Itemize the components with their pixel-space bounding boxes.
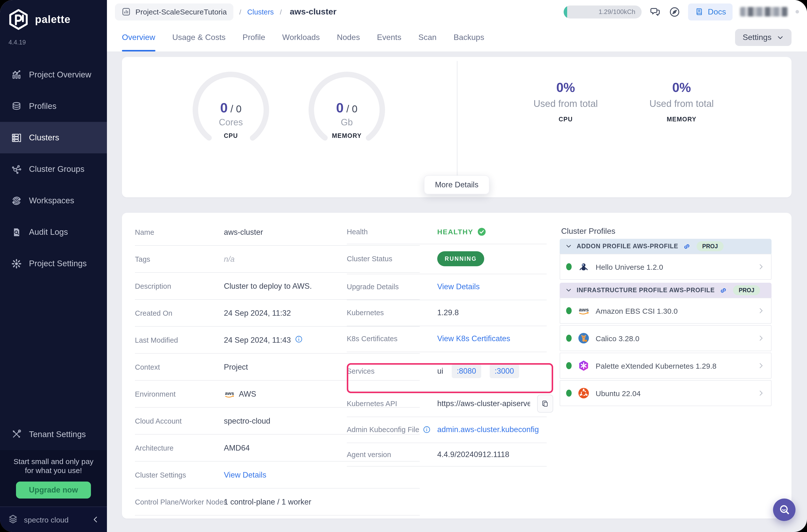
kubeconfig-link[interactable]: admin.aws-cluster.kubeconfig	[437, 425, 539, 434]
usage-percent: 0%	[511, 80, 621, 95]
usage-stat-memory: 0% Used from total MEMORY	[626, 80, 736, 123]
service-port-link[interactable]: :3000	[490, 364, 519, 378]
sidebar-item-audit-logs[interactable]: Audit Logs	[0, 216, 107, 248]
sidebar-item-label: Workspaces	[29, 196, 74, 205]
breadcrumb-project-label: Project-ScaleSecureTutoria	[135, 7, 227, 16]
chat-icon[interactable]	[649, 6, 661, 18]
compass-icon[interactable]	[668, 6, 680, 18]
overview-card: 0 / 0 Cores CPU 0 / 0 Gb MEMORY 0% Used …	[122, 57, 791, 197]
gauge-unit: Gb	[304, 117, 389, 128]
copy-icon	[541, 400, 549, 407]
detail-value: AWS	[239, 390, 256, 398]
docs-button[interactable]: Docs	[688, 3, 733, 20]
detail-row-k8s-certificates: K8s CertificatesView K8s Certificates	[347, 326, 547, 352]
tab-nodes[interactable]: Nodes	[337, 23, 360, 52]
detail-label: Cluster Settings	[135, 471, 224, 479]
aws-icon: aws	[224, 388, 235, 399]
detail-label: Environment	[135, 390, 224, 398]
usage-percent: 0%	[626, 80, 736, 95]
breadcrumb-project[interactable]: Project-ScaleSecureTutoria	[115, 3, 233, 20]
tab-events[interactable]: Events	[377, 23, 401, 52]
detail-label: Last Modified	[135, 336, 224, 344]
detail-label: Health	[347, 228, 437, 236]
profile-pack-calico-3-28-0[interactable]: Calico 3.28.0	[560, 325, 771, 351]
settings-button[interactable]: Settings	[735, 29, 791, 46]
tab-workloads[interactable]: Workloads	[282, 23, 320, 52]
sidebar-collapse-icon[interactable]	[91, 515, 100, 524]
info-icon[interactable]	[295, 335, 303, 343]
detail-value: 24 Sep 2024, 11:32	[224, 308, 291, 318]
tenant-settings-icon	[11, 429, 22, 440]
detail-label: Description	[135, 282, 224, 290]
detail-label: Upgrade Details	[347, 283, 437, 291]
app-version: 4.4.19	[8, 39, 107, 46]
palette-logo-text: palette	[35, 14, 71, 25]
detail-row-health: HealthHEALTHY	[347, 220, 547, 244]
profiles-icon	[11, 101, 22, 112]
detail-value: Project	[224, 362, 248, 372]
detail-label: Tags	[135, 255, 224, 263]
card-divider	[457, 61, 458, 177]
chevron-right-icon	[757, 307, 765, 315]
pack-status-dot	[566, 307, 571, 314]
chevron-right-icon	[757, 334, 765, 342]
usage-caption: Used from total	[511, 98, 621, 109]
sidebar-item-workspaces[interactable]: Workspaces	[0, 185, 107, 216]
profile-pack-hello-universe-1-2-0[interactable]: Hello Universe 1.2.0	[560, 254, 771, 280]
detail-label: Kubernetes API	[347, 400, 437, 407]
profile-section-infrastructure-profile-aws-profile[interactable]: INFRASTRUCTURE PROFILE AWS-PROFILEPROJ	[560, 283, 771, 298]
sidebar-item-clusters[interactable]: Clusters	[0, 122, 107, 153]
detail-label: Admin Kubeconfig File	[347, 425, 437, 434]
detail-value-link[interactable]: View Details	[224, 470, 266, 479]
sidebar-item-project-overview[interactable]: Project Overview	[0, 59, 107, 90]
detail-label: Name	[135, 228, 224, 236]
tab-usage-costs[interactable]: Usage & Costs	[172, 23, 225, 52]
detail-row-admin-kubeconfig-file: Admin Kubeconfig Fileadmin.aws-cluster.k…	[347, 417, 547, 443]
detail-row-cluster-status: Cluster StatusRUNNING	[347, 244, 547, 274]
breadcrumb-clusters-link[interactable]: Clusters	[247, 8, 274, 16]
sidebar-item-label: Cluster Groups	[29, 164, 85, 174]
tab-overview[interactable]: Overview	[122, 23, 155, 52]
profile-section-addon-profile-aws-profile[interactable]: ADDON PROFILE AWS-PROFILEPROJ	[560, 239, 771, 254]
copy-button[interactable]	[537, 395, 553, 413]
usage-label: CPU	[511, 116, 621, 123]
detail-label: Context	[135, 363, 224, 371]
calico-icon	[578, 332, 589, 344]
sidebar-item-tenant-settings[interactable]: Tenant Settings	[0, 418, 107, 450]
detail-value: 1.29.8	[437, 308, 459, 317]
upgrade-now-button[interactable]: Upgrade now	[16, 481, 91, 498]
detail-value-link[interactable]: View Details	[437, 282, 480, 291]
gauge-unit: Cores	[188, 117, 273, 128]
profile-section-label: INFRASTRUCTURE PROFILE AWS-PROFILE	[577, 287, 715, 294]
profile-pack-ubuntu-22-04[interactable]: Ubuntu 22.04	[560, 380, 771, 406]
service-port-link[interactable]: :8080	[452, 364, 481, 378]
cluster-profiles-panel: ADDON PROFILE AWS-PROFILEPROJHello Unive…	[560, 239, 771, 407]
sidebar-item-profiles[interactable]: Profiles	[0, 90, 107, 122]
help-fab-button[interactable]	[773, 498, 795, 521]
hello-universe-icon	[578, 261, 589, 273]
project-chart-icon	[121, 7, 131, 17]
detail-value-link[interactable]: View K8s Certificates	[437, 334, 510, 343]
tab-profile[interactable]: Profile	[243, 23, 265, 52]
user-name-redacted[interactable]	[740, 7, 788, 17]
profile-pack-palette-extended-kubernetes-1-29-8[interactable]: Palette eXtended Kubernetes 1.29.8	[560, 353, 771, 379]
sidebar-item-project-settings[interactable]: Project Settings	[0, 248, 107, 279]
book-icon	[694, 7, 704, 17]
tab-scan[interactable]: Scan	[418, 23, 436, 52]
more-details-button[interactable]: More Details	[424, 175, 489, 194]
sidebar-item-label: Profiles	[29, 101, 56, 111]
info-icon[interactable]	[423, 425, 431, 434]
detail-value: 1 control-plane / 1 worker	[224, 497, 311, 506]
cluster-details-card: Nameaws-clusterTagsn/aDescriptionCluster…	[122, 213, 791, 518]
pack-status-dot	[566, 263, 571, 270]
detail-row-control-plane-worker-nodes: Control Plane/Worker Nodes1 control-plan…	[135, 489, 420, 515]
link-icon	[719, 286, 728, 294]
breadcrumb-separator: /	[280, 8, 282, 16]
check-circle-icon	[477, 227, 486, 236]
cluster-profiles-title: Cluster Profiles	[561, 227, 615, 236]
gauge-label: MEMORY	[304, 132, 389, 139]
tab-backups[interactable]: Backups	[453, 23, 484, 52]
profile-pack-amazon-ebs-csi-1-30-0[interactable]: awsAmazon EBS CSI 1.30.0	[560, 298, 771, 324]
sidebar-item-cluster-groups[interactable]: Cluster Groups	[0, 153, 107, 185]
detail-label: Cluster Status	[347, 255, 437, 263]
